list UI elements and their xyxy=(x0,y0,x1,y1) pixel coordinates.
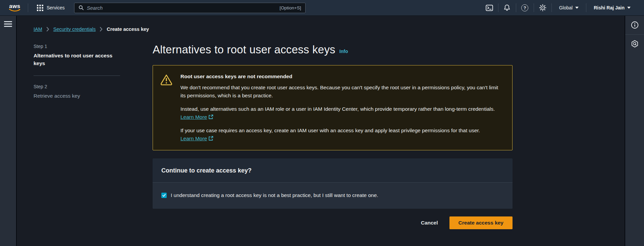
page-title: Alternatives to root user access keys xyxy=(153,43,335,56)
breadcrumb-security-credentials-link[interactable]: Security credentials xyxy=(53,27,96,32)
open-menu-button[interactable] xyxy=(4,21,12,27)
confirm-container: Continue to create access key? I underst… xyxy=(153,158,513,209)
step1-label: Step 1 xyxy=(34,44,120,49)
warning-alert: Root user access keys are not recommende… xyxy=(153,65,513,150)
question-glyph: ? xyxy=(524,5,526,10)
region-selector[interactable]: Global xyxy=(552,0,586,16)
step2-title: Retrieve access key xyxy=(34,92,120,100)
breadcrumb-current-page: Create access key xyxy=(107,27,149,32)
search-icon xyxy=(78,5,84,10)
actions-row: Cancel Create access key xyxy=(153,216,513,229)
aws-logo-text: aws xyxy=(9,4,20,9)
warning-title: Root user access keys are not recommende… xyxy=(180,73,503,80)
breadcrumb: IAM Security credentials Create access k… xyxy=(34,27,149,32)
checkmark-icon xyxy=(162,193,166,197)
aws-logo[interactable]: aws xyxy=(8,4,21,12)
learn-more-label: Learn More xyxy=(180,114,207,120)
info-panel-button[interactable] xyxy=(625,16,644,34)
hamburger-icon xyxy=(4,26,12,27)
warning-content: Root user access keys are not recommende… xyxy=(180,73,503,143)
topbar-utilities: ? Global xyxy=(481,0,638,16)
amazon-q-panel-button[interactable] xyxy=(625,35,644,53)
search-shortcut-hint: [Option+S] xyxy=(280,5,301,10)
top-navigation-bar: aws Services [Option+S] xyxy=(0,0,644,16)
page-title-row: Alternatives to root user access keys In… xyxy=(153,43,513,56)
wizard-steps-nav: Step 1 Alternatives to root user access … xyxy=(34,44,120,100)
caret-down-icon xyxy=(575,7,579,9)
step2-label: Step 2 xyxy=(34,84,120,89)
caret-down-icon xyxy=(627,7,631,9)
services-grid-icon xyxy=(37,5,43,11)
help-button[interactable]: ? xyxy=(516,0,534,16)
account-menu[interactable]: Rishi Raj Jain xyxy=(586,0,638,16)
global-search-box[interactable]: [Option+S] xyxy=(74,3,306,13)
warning-paragraph-text: We don't recommend that you create root … xyxy=(180,85,498,98)
question-circle-icon: ? xyxy=(521,4,528,11)
services-menu-button[interactable]: Services xyxy=(35,0,67,16)
tools-panel-rail xyxy=(625,16,644,246)
amazon-q-icon xyxy=(631,40,639,48)
hamburger-icon xyxy=(4,21,12,22)
confirm-title: Continue to create access key? xyxy=(161,167,504,174)
aws-smile-icon xyxy=(8,9,21,12)
chevron-right-icon xyxy=(100,27,103,32)
confirm-body: I understand creating a root access key … xyxy=(153,183,513,209)
settings-button[interactable] xyxy=(534,0,551,16)
services-label: Services xyxy=(47,5,65,10)
info-circle-icon xyxy=(631,21,639,29)
warning-paragraph: We don't recommend that you create root … xyxy=(180,84,503,100)
region-label: Global xyxy=(559,5,573,10)
create-access-key-button[interactable]: Create access key xyxy=(449,216,513,229)
warning-paragraph: Instead, use alternatives such as an IAM… xyxy=(180,105,503,121)
chevron-right-icon xyxy=(46,27,49,32)
hamburger-icon xyxy=(4,23,12,24)
learn-more-link[interactable]: Learn More xyxy=(180,136,213,141)
topbar-separator xyxy=(28,3,28,12)
external-link-icon xyxy=(208,114,213,119)
side-navigation-rail xyxy=(0,16,17,246)
info-link[interactable]: Info xyxy=(339,49,348,56)
step1-title[interactable]: Alternatives to root user access keys xyxy=(34,52,120,67)
warning-paragraph: If your use case requires an access key,… xyxy=(180,127,503,143)
aws-console-screen: aws Services [Option+S] xyxy=(0,0,644,246)
notifications-button[interactable] xyxy=(498,0,516,16)
search-input[interactable] xyxy=(87,5,277,11)
account-name: Rishi Raj Jain xyxy=(594,5,625,10)
warning-triangle-icon xyxy=(160,74,172,85)
breadcrumb-iam-link[interactable]: IAM xyxy=(34,27,42,32)
cancel-button[interactable]: Cancel xyxy=(421,220,438,226)
steps-divider xyxy=(34,76,120,76)
gear-icon xyxy=(539,4,546,11)
bell-icon xyxy=(503,4,511,11)
cloudshell-terminal-icon xyxy=(486,5,493,11)
external-link-icon xyxy=(208,136,213,141)
cloudshell-button[interactable] xyxy=(481,0,498,16)
learn-more-link[interactable]: Learn More xyxy=(180,114,213,120)
acknowledge-checkbox-label[interactable]: I understand creating a root access key … xyxy=(171,192,378,198)
confirm-header: Continue to create access key? xyxy=(153,158,513,183)
warning-paragraph-text: If your use case requires an access key,… xyxy=(180,128,480,133)
warning-paragraph-text: Instead, use alternatives such as an IAM… xyxy=(180,106,495,112)
learn-more-label: Learn More xyxy=(180,136,207,141)
acknowledge-checkbox[interactable] xyxy=(161,193,167,198)
main-content: Alternatives to root user access keys In… xyxy=(153,43,513,229)
